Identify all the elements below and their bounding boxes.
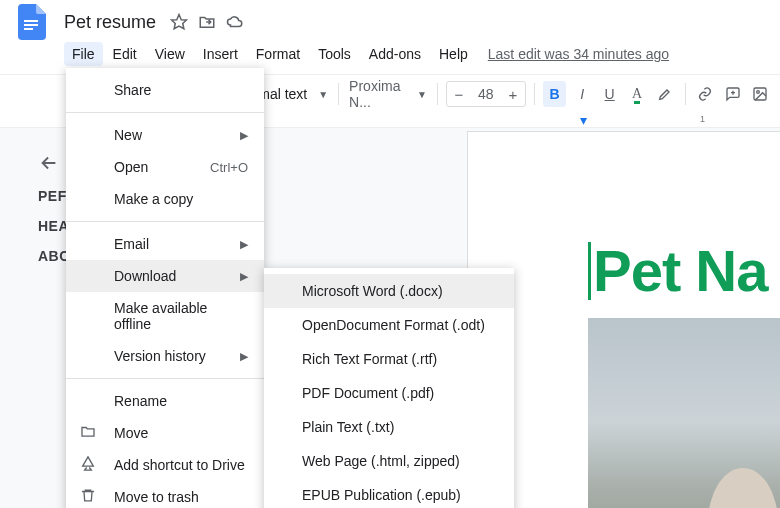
folder-move-icon	[80, 424, 96, 443]
document-title[interactable]: Pet resume	[58, 10, 162, 35]
font-family-select[interactable]: Proxima N...▼	[347, 74, 429, 114]
menu-item-rename[interactable]: Rename	[66, 385, 264, 417]
menu-format[interactable]: Format	[248, 42, 308, 66]
menu-item-add-shortcut[interactable]: Add shortcut to Drive	[66, 449, 264, 481]
cloud-status-icon[interactable]	[226, 13, 244, 31]
highlight-color-button[interactable]	[653, 81, 677, 107]
menu-item-offline[interactable]: Make available offline	[66, 292, 264, 340]
italic-button[interactable]: I	[570, 81, 594, 107]
menu-item-move[interactable]: Move	[66, 417, 264, 449]
pet-photo-image[interactable]	[588, 318, 780, 508]
font-size-increase[interactable]: +	[501, 86, 525, 103]
text-cursor	[588, 242, 591, 300]
download-rtf[interactable]: Rich Text Format (.rtf)	[264, 342, 514, 376]
separator	[66, 112, 264, 113]
svg-rect-0	[24, 20, 38, 22]
menu-help[interactable]: Help	[431, 42, 476, 66]
menu-insert[interactable]: Insert	[195, 42, 246, 66]
add-comment-button[interactable]	[721, 81, 745, 107]
file-menu-dropdown: Share New▶ OpenCtrl+O Make a copy Email▶…	[66, 68, 264, 508]
submenu-arrow-icon: ▶	[240, 238, 248, 251]
download-submenu: Microsoft Word (.docx) OpenDocument Form…	[264, 268, 514, 508]
font-size-value[interactable]: 48	[471, 86, 501, 102]
chevron-down-icon: ▼	[417, 89, 427, 100]
download-odt[interactable]: OpenDocument Format (.odt)	[264, 308, 514, 342]
insert-image-button[interactable]	[749, 81, 773, 107]
svg-point-5	[757, 91, 760, 94]
ruler-tick: 1	[700, 114, 705, 124]
menu-item-share[interactable]: Share	[66, 74, 264, 106]
text-color-button[interactable]: A	[625, 81, 649, 107]
submenu-arrow-icon: ▶	[240, 129, 248, 142]
last-edit-link[interactable]: Last edit was 34 minutes ago	[488, 46, 669, 62]
trash-icon	[80, 488, 96, 507]
menu-item-new[interactable]: New▶	[66, 119, 264, 151]
menu-item-download[interactable]: Download▶	[66, 260, 264, 292]
menu-item-open[interactable]: OpenCtrl+O	[66, 151, 264, 183]
menu-edit[interactable]: Edit	[105, 42, 145, 66]
menu-item-version-history[interactable]: Version history▶	[66, 340, 264, 372]
separator	[338, 83, 339, 105]
menu-file[interactable]: File	[64, 42, 103, 66]
drive-shortcut-icon	[80, 456, 96, 475]
separator	[66, 378, 264, 379]
insert-link-button[interactable]	[693, 81, 717, 107]
indent-marker-icon[interactable]: ▾	[580, 112, 587, 128]
separator	[66, 221, 264, 222]
font-size-stepper: − 48 +	[446, 81, 526, 107]
font-size-decrease[interactable]: −	[447, 86, 471, 103]
menubar: File Edit View Insert Format Tools Add-o…	[0, 40, 780, 68]
svg-rect-2	[24, 28, 33, 30]
separator	[685, 83, 686, 105]
download-pdf[interactable]: PDF Document (.pdf)	[264, 376, 514, 410]
submenu-arrow-icon: ▶	[240, 270, 248, 283]
star-icon[interactable]	[170, 13, 188, 31]
download-docx[interactable]: Microsoft Word (.docx)	[264, 274, 514, 308]
bold-button[interactable]: B	[543, 81, 567, 107]
shortcut-label: Ctrl+O	[210, 160, 248, 175]
menu-item-make-copy[interactable]: Make a copy	[66, 183, 264, 215]
download-html[interactable]: Web Page (.html, zipped)	[264, 444, 514, 478]
svg-marker-3	[172, 15, 187, 29]
outline-back-button[interactable]	[38, 152, 60, 177]
page-title[interactable]: Pet Na	[588, 242, 780, 300]
separator	[534, 83, 535, 105]
menu-item-email[interactable]: Email▶	[66, 228, 264, 260]
move-folder-icon[interactable]	[198, 13, 216, 31]
font-name-label: Proxima N...	[349, 78, 417, 110]
docs-app-icon[interactable]	[12, 0, 52, 49]
menu-item-trash[interactable]: Move to trash	[66, 481, 264, 508]
document-page[interactable]: Pet Na	[468, 132, 780, 508]
menu-view[interactable]: View	[147, 42, 193, 66]
download-epub[interactable]: EPUB Publication (.epub)	[264, 478, 514, 508]
chevron-down-icon: ▼	[318, 89, 328, 100]
menu-tools[interactable]: Tools	[310, 42, 359, 66]
separator	[437, 83, 438, 105]
svg-rect-1	[24, 24, 38, 26]
underline-button[interactable]: U	[598, 81, 622, 107]
submenu-arrow-icon: ▶	[240, 350, 248, 363]
download-txt[interactable]: Plain Text (.txt)	[264, 410, 514, 444]
menu-addons[interactable]: Add-ons	[361, 42, 429, 66]
